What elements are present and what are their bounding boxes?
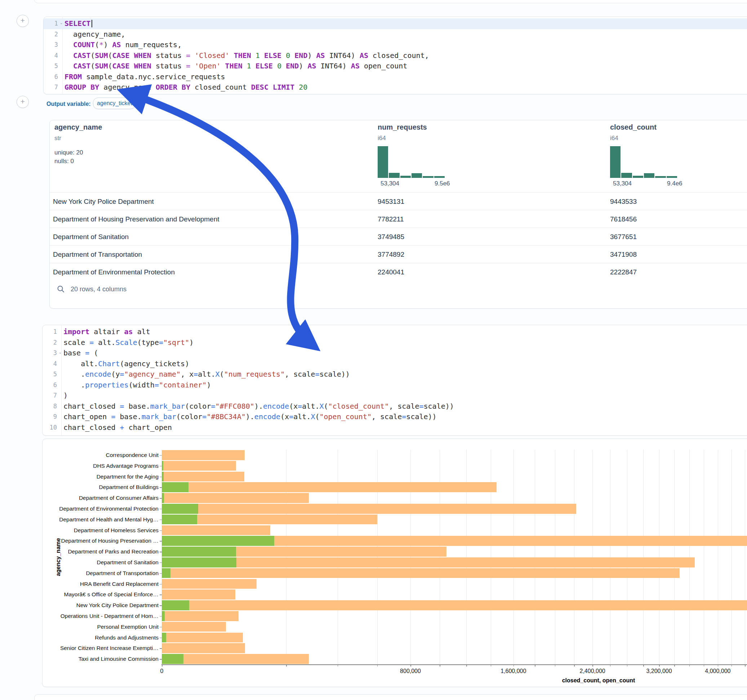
histogram-bar (400, 176, 411, 178)
code-line: chart_open = base.mark_bar(color="#8BC34… (64, 412, 747, 422)
line-number: 7 (42, 390, 57, 401)
bar-closed (162, 450, 245, 460)
column-stat-nulls: nulls: 0 (54, 158, 74, 165)
y-axis-label: Operations Unit - Department of Hom… (42, 611, 159, 622)
code-line: CAST(SUM(CASE WHEN status = 'Open' THEN … (65, 61, 747, 72)
bar-closed (162, 611, 239, 621)
code-line: FROM sample_data.nyc.service_requests (65, 72, 747, 83)
histogram-bar (644, 173, 655, 178)
bar-closed (162, 504, 576, 514)
column-header-num-requests: num_requests (378, 123, 427, 131)
histogram-bar (610, 146, 620, 178)
gridline (674, 450, 674, 664)
result-table-card: agency_name str unique: 20 nulls: 0 num_… (49, 120, 747, 309)
code-line: CAST(SUM(CASE WHEN status = 'Closed' THE… (65, 50, 747, 61)
code-line: SELECT (65, 18, 747, 29)
search-icon[interactable] (57, 285, 65, 293)
histogram-min-label: 53,304 (381, 180, 399, 187)
histogram-bar (434, 176, 445, 178)
bar-open (162, 611, 165, 621)
bar-closed (162, 590, 235, 599)
line-number: 7 (44, 82, 58, 93)
code-line: base = ( (64, 348, 747, 359)
table-row[interactable]: Department of Sanitation37494853677651 (50, 228, 747, 246)
table-cell: 3677651 (610, 228, 637, 246)
y-axis-label: Senior Citizen Rent Increase Exempti… (42, 643, 159, 653)
table-cell: New York City Police Department (53, 193, 154, 210)
histogram-bar (378, 146, 388, 178)
y-axis-label: Mayorâ€ s Office of Special Enforce… (42, 589, 159, 600)
bar-open (162, 493, 164, 503)
x-tick-label: 2,400,000 (580, 668, 605, 674)
chevron-down-icon[interactable]: ⌄ (59, 21, 64, 25)
y-axis-label: Department for the Aging (42, 471, 159, 482)
table-cell: 3774892 (378, 246, 404, 263)
gridline (643, 450, 644, 664)
x-tick-label: 800,000 (400, 668, 421, 674)
output-variable-label: Output variable: (47, 101, 91, 107)
gridline (514, 450, 514, 664)
histogram-bar (389, 173, 399, 178)
bar-closed (162, 493, 309, 503)
gridline (535, 450, 535, 664)
sql-code-editor[interactable]: SELECT agency_name, COUNT(*) AS num_requ… (65, 18, 747, 93)
line-number: 6 (42, 380, 57, 391)
code-line: import altair as alt (64, 327, 747, 337)
add-cell-button-top[interactable]: + (17, 15, 29, 27)
histogram-bar (423, 176, 433, 178)
y-axis-label: Department of Buildings (42, 482, 159, 493)
code-line: ) (64, 390, 747, 401)
line-number: 3 (44, 39, 58, 50)
bar-closed (162, 622, 226, 632)
bar-closed (162, 600, 747, 610)
bar-open (162, 654, 183, 664)
y-axis-label: Department of Health and Mental Hyg… (42, 514, 159, 525)
line-number: 4 (42, 359, 57, 370)
code-line: chart_closed + chart_open (64, 422, 747, 433)
histogram-bar (411, 173, 422, 178)
y-axis-label: Correspondence Unit (42, 450, 159, 460)
code-line: .encode(y="agency_name", x=alt.X("num_re… (64, 369, 747, 380)
table-cell: 7782211 (378, 210, 404, 228)
output-variable-pill[interactable]: agency_tickets (93, 98, 136, 109)
bar-open (162, 547, 236, 557)
gridline (690, 450, 690, 664)
histogram-closed-count (610, 146, 677, 178)
table-row[interactable]: Department of Environmental Protection22… (50, 263, 747, 281)
bar-closed (162, 654, 309, 664)
bar-closed (162, 579, 257, 589)
gridline (466, 450, 467, 664)
column-type-closed-count: i64 (610, 135, 618, 142)
gridline (338, 450, 338, 664)
table-cell: Department of Environmental Protection (53, 263, 175, 281)
gridline (377, 450, 378, 664)
histogram-bar (621, 173, 632, 178)
x-tick-label: 4,000,000 (705, 668, 730, 674)
code-line: GROUP BY agency_name ORDER BY closed_cou… (65, 82, 747, 93)
add-cell-button-output[interactable]: + (17, 96, 29, 108)
code-line: chart_closed = base.mark_bar(color="#FFC… (64, 401, 747, 412)
table-row[interactable]: Department of Transportation377489234719… (50, 245, 747, 263)
bar-closed (162, 461, 236, 471)
histogram-bar (667, 176, 677, 178)
line-number: 1 (42, 327, 57, 337)
chevron-down-icon[interactable]: ⌄ (57, 350, 63, 355)
gutter-separator (62, 17, 63, 94)
line-number: 1 (44, 18, 58, 29)
line-number: 10 (42, 422, 57, 433)
histogram-min-label: 53,304 (613, 180, 632, 187)
table-cell: 9443533 (610, 193, 637, 210)
code-line: agency_name, (65, 29, 747, 40)
python-cell: 12345678910 import altair as altscale = … (42, 325, 747, 436)
gridline (574, 450, 575, 664)
line-number: 4 (44, 50, 58, 61)
table-cell: 3471908 (610, 246, 637, 263)
y-axis-label: HRA Benefit Card Replacement (42, 579, 159, 590)
python-code-editor[interactable]: import altair as altscale = alt.Scale(ty… (64, 327, 747, 433)
table-row[interactable]: New York City Police Department945313194… (50, 192, 747, 210)
bar-open (162, 514, 197, 525)
line-number: 8 (42, 401, 57, 412)
gridline (410, 450, 411, 664)
table-row[interactable]: Department of Housing Preservation and D… (50, 210, 747, 228)
bar-open (162, 536, 274, 546)
